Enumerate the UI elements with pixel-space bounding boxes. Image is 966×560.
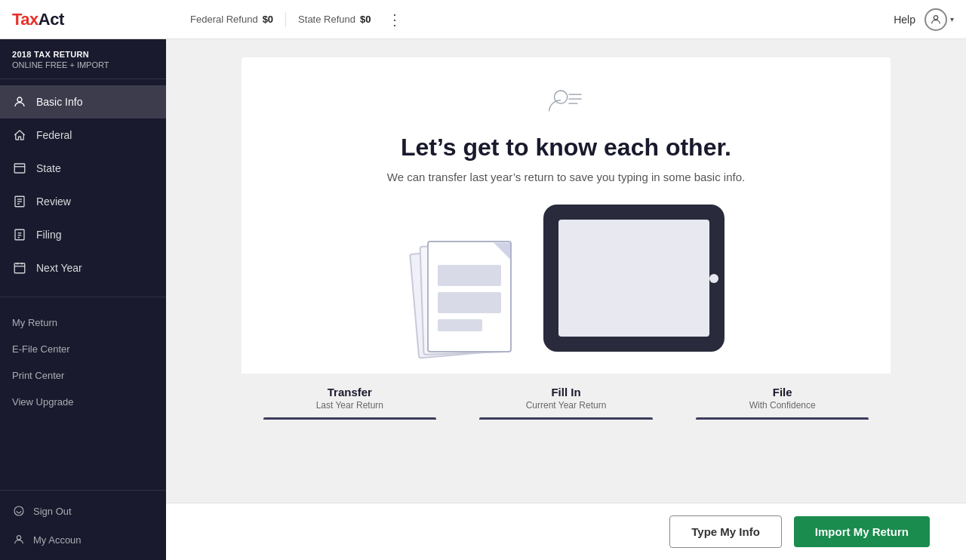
step-file-title: File: [683, 386, 881, 398]
sidebar-label-state: State: [36, 162, 61, 174]
step-file-sub: With Confidence: [683, 400, 881, 411]
svg-rect-9: [14, 263, 25, 273]
step-fillin-title: Fill In: [467, 386, 666, 398]
svg-point-14: [17, 536, 20, 540]
steps-footer: Transfer Last Year Return Fill In Curren…: [242, 374, 891, 420]
doc-line-3: [438, 319, 482, 331]
sidebar-secondary: My Return E-File Center Print Center Vie…: [0, 303, 166, 421]
user-avatar-button[interactable]: ▾: [924, 8, 954, 31]
sidebar-label-next-year: Next Year: [36, 262, 82, 274]
sidebar-label-filing: Filing: [36, 229, 61, 241]
logo-act: Act: [38, 10, 64, 29]
account-icon: [12, 533, 26, 546]
sidebar-item-my-account[interactable]: My Accoun: [0, 525, 166, 554]
svg-rect-2: [14, 164, 25, 173]
action-bar: Type My Info Import My Return: [166, 503, 966, 560]
user-avatar: [924, 8, 947, 31]
sidebar-item-next-year[interactable]: Next Year: [0, 251, 166, 285]
sidebar-item-print-center[interactable]: Print Center: [0, 362, 166, 389]
state-refund: State Refund $0: [286, 14, 383, 25]
step-transfer-sub: Last Year Return: [251, 400, 449, 411]
content-inner: Let’s get to know each other. We can tra…: [166, 39, 966, 503]
illustration-area: [272, 205, 860, 355]
topbar-logo-area: TaxAct: [12, 10, 178, 29]
step-transfer-title: Transfer: [251, 386, 449, 398]
state-refund-value: $0: [360, 14, 371, 25]
logo: TaxAct: [12, 10, 64, 29]
sidebar-item-e-file-center[interactable]: E-File Center: [0, 336, 166, 362]
step-fill-in: Fill In Current Year Return: [458, 374, 675, 420]
step-file: File With Confidence: [674, 374, 891, 420]
chevron-down-icon: ▾: [950, 15, 954, 23]
person-icon: [12, 94, 27, 109]
sidebar-item-view-upgrade[interactable]: View Upgrade: [0, 389, 166, 415]
sidebar-label-review: Review: [36, 195, 71, 208]
main-card: Let’s get to know each other. We can tra…: [242, 57, 891, 420]
svg-rect-8: [15, 229, 24, 240]
step-fillin-sub: Current Year Return: [467, 400, 666, 411]
import-my-return-button[interactable]: Import My Return: [794, 516, 930, 547]
sidebar: 2018 TAX RETURN ONLINE FREE + IMPORT Bas…: [0, 39, 166, 560]
doc-page-front: [427, 241, 512, 352]
sign-out-icon: [12, 504, 26, 518]
sidebar-item-federal[interactable]: Federal: [0, 118, 166, 152]
doc-corner: [494, 242, 510, 259]
sidebar-label-basic-info: Basic Info: [36, 96, 82, 108]
calendar-icon: [12, 260, 27, 275]
sidebar-item-sign-out[interactable]: Sign Out: [0, 497, 166, 525]
doc-line-1: [438, 265, 501, 286]
sidebar-label-federal: Federal: [36, 129, 72, 141]
topbar-right: Help ▾: [894, 8, 954, 31]
content-area: Let’s get to know each other. We can tra…: [166, 39, 966, 560]
doc-content-lines: [438, 265, 501, 331]
svg-point-1: [17, 97, 22, 102]
person-lines-icon: [548, 82, 584, 121]
sidebar-brand-sub: ONLINE FREE + IMPORT: [12, 60, 154, 69]
card-body: Let’s get to know each other. We can tra…: [242, 57, 891, 355]
filing-icon: [12, 227, 27, 242]
sidebar-brand-title: 2018 TAX RETURN: [12, 50, 154, 59]
svg-point-0: [934, 15, 937, 19]
help-link[interactable]: Help: [894, 14, 915, 26]
sidebar-label-sign-out: Sign Out: [33, 506, 72, 517]
sidebar-brand: 2018 TAX RETURN ONLINE FREE + IMPORT: [0, 39, 166, 79]
tablet-home-button: [709, 274, 718, 283]
tablet-body: [543, 205, 724, 352]
federal-refund: Federal Refund $0: [178, 14, 285, 25]
home-icon: [12, 128, 27, 143]
state-icon: [12, 161, 27, 176]
sidebar-bottom: Sign Out My Accoun: [0, 490, 166, 560]
topbar-refunds: Federal Refund $0 State Refund $0 ⋮: [178, 8, 894, 32]
svg-point-13: [14, 506, 23, 515]
tablet-illustration: [543, 205, 724, 355]
doc-line-2: [438, 292, 501, 313]
document-stack-illustration: [408, 212, 528, 355]
card-title: Let’s get to know each other.: [401, 133, 731, 162]
type-my-info-button[interactable]: Type My Info: [669, 515, 782, 548]
federal-refund-value: $0: [263, 14, 273, 25]
sidebar-nav: Basic Info Federal State: [0, 79, 166, 291]
sidebar-label-my-account: My Accoun: [33, 534, 82, 546]
sidebar-item-my-return[interactable]: My Return: [0, 309, 166, 336]
sidebar-item-review[interactable]: Review: [0, 185, 166, 218]
logo-tax: Tax: [12, 10, 38, 29]
federal-refund-label: Federal Refund: [190, 14, 258, 25]
card-subtitle: We can transfer last year’s return to sa…: [387, 171, 745, 183]
sidebar-item-state[interactable]: State: [0, 152, 166, 185]
sidebar-item-filing[interactable]: Filing: [0, 218, 166, 251]
tablet-screen: [558, 220, 709, 337]
sidebar-divider: [0, 297, 166, 297]
state-refund-label: State Refund: [298, 14, 355, 25]
topbar: TaxAct Federal Refund $0 State Refund $0…: [0, 0, 966, 39]
more-options-button[interactable]: ⋮: [383, 8, 407, 32]
review-icon: [12, 194, 27, 209]
step-transfer: Transfer Last Year Return: [242, 374, 458, 420]
main-layout: 2018 TAX RETURN ONLINE FREE + IMPORT Bas…: [0, 39, 966, 560]
sidebar-item-basic-info[interactable]: Basic Info: [0, 85, 166, 118]
